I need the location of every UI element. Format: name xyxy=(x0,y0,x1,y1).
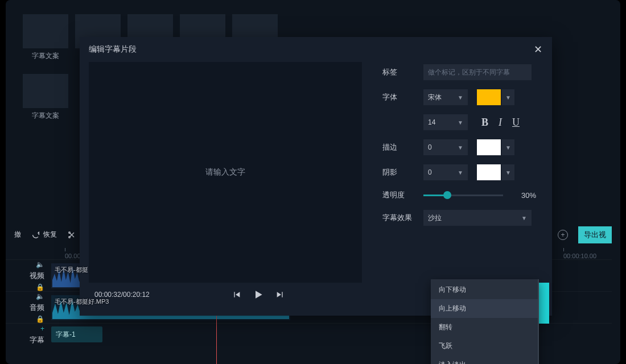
track-label-video: 🔈 视频 🔒 xyxy=(6,259,51,291)
effect-dropdown: 向下移动向上移动翻转飞跃淡入淡出 xyxy=(431,279,539,364)
shadow-size-select[interactable]: 0▼ xyxy=(423,164,468,180)
bold-button[interactable]: B xyxy=(481,117,488,129)
redo-button[interactable]: 恢复 xyxy=(31,230,57,239)
chevron-down-icon: ▼ xyxy=(458,169,463,176)
chevron-down-icon: ▼ xyxy=(505,144,511,151)
italic-button[interactable]: I xyxy=(499,117,502,129)
opacity-slider[interactable] xyxy=(423,189,503,201)
subtitle-clip[interactable]: 字幕-1 xyxy=(51,326,102,342)
effect-option[interactable]: 飞跃 xyxy=(431,337,538,355)
stroke-color-swatch[interactable] xyxy=(477,139,501,155)
add-button[interactable]: + xyxy=(558,230,568,240)
edit-subtitle-dialog: 编辑字幕片段 ✕ 请输入文字 00:00:32/00:20:12 xyxy=(80,37,552,316)
tag-input[interactable] xyxy=(423,64,532,80)
shadow-color-swatch[interactable] xyxy=(477,164,501,180)
speaker-icon[interactable]: 🔈 xyxy=(36,292,44,300)
chevron-down-icon: ▼ xyxy=(458,94,463,101)
opacity-value: 30% xyxy=(512,191,536,200)
lock-icon[interactable]: 🔒 xyxy=(36,283,44,291)
media-thumb[interactable]: 字幕文案 xyxy=(23,14,68,48)
next-frame-button[interactable] xyxy=(275,290,285,299)
track-label-audio: 🔈 音频 🔒 xyxy=(6,291,51,323)
font-color-dropdown[interactable]: ▼ xyxy=(502,89,514,105)
media-thumb-label: 字幕文案 xyxy=(23,111,68,121)
undo-button[interactable]: 撤 xyxy=(14,230,21,239)
effect-label: 字幕效果 xyxy=(382,213,414,223)
prev-frame-button[interactable] xyxy=(232,290,241,299)
export-button[interactable]: 导出视 xyxy=(578,226,612,243)
track-labels: 🔈 视频 🔒 🔈 音频 🔒 + 字幕 xyxy=(6,259,51,364)
redo-icon xyxy=(31,230,40,239)
font-family-select[interactable]: 宋体▼ xyxy=(423,89,468,105)
lock-icon[interactable]: 🔒 xyxy=(36,315,44,323)
preview-panel: 请输入文字 00:00:32/00:20:12 xyxy=(89,62,362,307)
clip-title: 毛不易-都挺 xyxy=(55,266,88,274)
close-icon[interactable]: ✕ xyxy=(533,43,543,56)
chevron-down-icon: ▼ xyxy=(458,119,463,126)
preview-canvas[interactable]: 请输入文字 xyxy=(89,62,362,283)
effect-option[interactable]: 向下移动 xyxy=(431,280,538,299)
font-color-swatch[interactable] xyxy=(477,89,501,105)
chevron-down-icon: ▼ xyxy=(505,169,511,176)
chevron-down-icon: ▼ xyxy=(505,94,511,101)
plus-icon[interactable]: + xyxy=(40,325,44,333)
cut-button[interactable] xyxy=(67,230,76,239)
opacity-label: 透明度 xyxy=(382,190,414,200)
stroke-width-select[interactable]: 0▼ xyxy=(423,139,468,155)
stroke-color-dropdown[interactable]: ▼ xyxy=(502,139,514,155)
speaker-icon[interactable]: 🔈 xyxy=(36,260,44,268)
effect-select[interactable]: 沙拉▼ xyxy=(423,210,532,226)
effect-option[interactable]: 翻转 xyxy=(431,318,538,337)
scissors-icon xyxy=(67,230,76,239)
effect-option[interactable]: 淡入淡出 xyxy=(431,355,538,364)
shadow-label: 阴影 xyxy=(382,167,414,177)
dialog-title: 编辑字幕片段 xyxy=(89,44,137,55)
stroke-label: 描边 xyxy=(382,142,414,152)
font-label: 字体 xyxy=(382,92,414,102)
shadow-color-dropdown[interactable]: ▼ xyxy=(502,164,514,180)
media-thumb[interactable]: 字幕文案 xyxy=(23,74,68,108)
chevron-down-icon: ▼ xyxy=(521,215,527,221)
play-button[interactable] xyxy=(253,289,264,300)
chevron-down-icon: ▼ xyxy=(458,144,463,151)
tag-label: 标签 xyxy=(382,67,414,77)
effect-option[interactable]: 向上移动 xyxy=(431,299,538,318)
subtitle-form: 标签 字体 宋体▼ ▼ 14▼ xyxy=(371,62,543,307)
track-label-subtitle: + 字幕 xyxy=(6,323,51,346)
clip-title: 毛不易-都挺好.MP3 xyxy=(55,297,109,306)
font-size-select[interactable]: 14▼ xyxy=(423,114,468,130)
underline-button[interactable]: U xyxy=(512,117,520,129)
preview-placeholder: 请输入文字 xyxy=(205,167,245,177)
media-thumb-label: 字幕文案 xyxy=(23,51,68,61)
preview-controls: 00:00:32/00:20:12 xyxy=(89,283,362,307)
